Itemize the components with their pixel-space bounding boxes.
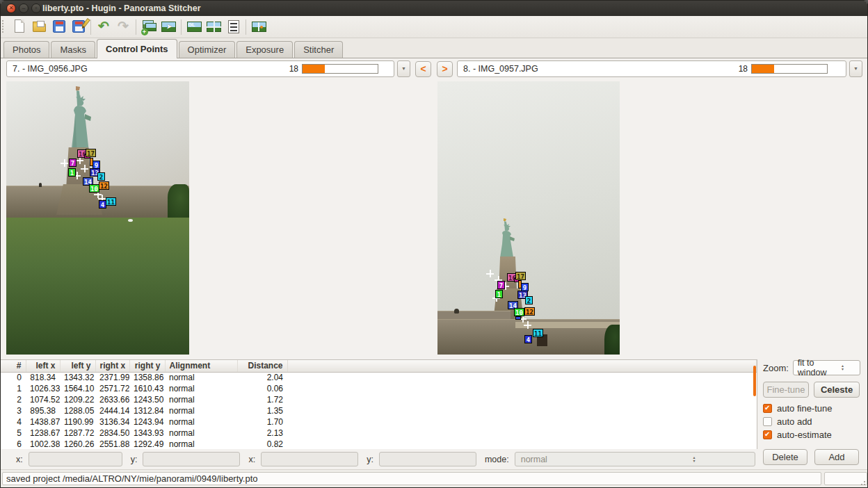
auto-add-checkbox[interactable] — [763, 417, 772, 426]
table-cell: 2.04 — [237, 372, 287, 383]
save-as-button[interactable] — [69, 17, 88, 36]
minimize-button[interactable]: – — [19, 3, 29, 13]
table-cell: 2633.66 — [95, 394, 129, 405]
table-cell: 1610.43 — [129, 383, 165, 394]
mode-select[interactable]: normal ▴▾ — [515, 452, 755, 466]
add-image-series-button[interactable]: ➤ — [159, 17, 178, 36]
bird — [454, 309, 459, 314]
left-image-select[interactable]: 7. - IMG_0956.JPG 18 — [6, 60, 394, 77]
col-header-distance[interactable]: Distance — [237, 360, 287, 372]
table-cell: 0.06 — [237, 383, 287, 394]
gl-preview-button[interactable]: GL — [185, 17, 204, 36]
right-photo[interactable]: 1617791132141210114 — [437, 81, 620, 355]
table-row[interactable]: 41438.871190.993136.341243.94normal1.70 — [1, 416, 757, 428]
control-point-cross[interactable] — [81, 165, 88, 172]
add-images-button[interactable]: + — [140, 17, 159, 36]
table-row[interactable]: 0818.341343.322371.991358.86normal2.04 — [1, 372, 757, 383]
control-point-list-button[interactable] — [224, 17, 243, 36]
control-point-marker[interactable]: 2 — [525, 296, 533, 304]
save-project-button[interactable] — [49, 17, 68, 36]
table-header-row: # left x left y right x right y Alignmen… — [1, 360, 757, 372]
control-point-marker[interactable]: 1 — [68, 168, 76, 177]
col-header-right-y[interactable]: right y — [129, 360, 165, 372]
tab-stitcher[interactable]: Stitcher — [294, 41, 343, 58]
control-point-marker[interactable]: 7 — [497, 281, 505, 289]
control-points-panel: 7. - IMG_0956.JPG 18 ▼ < > 8. - IMG_0957… — [1, 58, 867, 469]
table-cell: 2 — [1, 394, 26, 405]
pano-editor-button[interactable] — [250, 17, 268, 36]
right-image-dropdown-button[interactable]: ▼ — [849, 60, 862, 77]
table-row[interactable]: 11026.331564.102571.721610.43normal0.06 — [1, 383, 757, 394]
control-point-marker[interactable]: 12 — [524, 307, 535, 316]
control-point-marker[interactable]: 1 — [495, 290, 503, 298]
fine-tune-button[interactable]: Fine-tune — [763, 382, 809, 398]
table-cell: 1.72 — [237, 394, 287, 405]
col-header-left-y[interactable]: left y — [60, 360, 95, 372]
new-project-button[interactable] — [10, 17, 29, 36]
open-project-button[interactable] — [30, 17, 49, 36]
control-point-marker[interactable]: 7 — [69, 158, 77, 167]
zoom-select[interactable]: fit to window ▴▾ — [793, 360, 860, 375]
delete-button[interactable]: Delete — [763, 449, 807, 465]
table-cell: 5 — [1, 428, 26, 439]
col-header-index[interactable]: # — [1, 360, 26, 372]
control-point-marker[interactable]: 10 — [514, 308, 524, 316]
control-point-marker[interactable]: 12 — [99, 181, 109, 190]
tab-optimizer[interactable]: Optimizer — [179, 41, 236, 58]
control-point-marker[interactable]: 17 — [515, 272, 526, 280]
table-cell: normal — [165, 428, 237, 439]
add-button[interactable]: Add — [814, 449, 859, 465]
left-x-field[interactable] — [29, 452, 122, 466]
prev-pair-button[interactable]: < — [415, 61, 431, 77]
table-cell: 1564.10 — [60, 383, 95, 394]
right-y-field[interactable] — [379, 452, 476, 466]
left-image-name: 7. - IMG_0956.JPG — [13, 64, 289, 74]
control-point-marker[interactable]: 17 — [86, 149, 96, 157]
table-cell: 0 — [1, 372, 26, 383]
control-point-cross[interactable] — [486, 270, 494, 277]
undo-button[interactable]: ↶ — [95, 17, 113, 36]
table-row[interactable]: 51238.671287.722834.501343.93normal2.13 — [1, 428, 757, 439]
toolbar-grip[interactable] — [2, 20, 7, 34]
left-photo[interactable]: 1617791132141210114 — [6, 81, 189, 355]
tab-photos[interactable]: Photos — [3, 41, 49, 58]
right-x-field[interactable] — [261, 452, 358, 466]
maximize-button[interactable]: ▫ — [31, 3, 41, 13]
table-row[interactable]: 61002.381260.262551.881292.49normal0.82 — [1, 439, 757, 449]
col-header-alignment[interactable]: Alignment — [165, 360, 237, 372]
control-point-marker[interactable]: 10 — [89, 184, 99, 193]
toolbar-separator — [181, 19, 182, 35]
next-pair-button[interactable]: > — [437, 61, 453, 77]
table-row[interactable]: 21074.521209.222633.661243.50normal1.72 — [1, 394, 757, 405]
preview-button[interactable] — [204, 17, 223, 36]
left-cp-count: 18 — [289, 64, 298, 74]
close-button[interactable]: ✕ — [6, 3, 16, 13]
table-scrollbar[interactable] — [753, 366, 756, 396]
table-row[interactable]: 3895.381288.052444.141312.84normal1.35 — [1, 405, 757, 416]
auto-estimate-checkbox[interactable] — [763, 430, 772, 439]
right-image-select[interactable]: 8. - IMG_0957.JPG 18 — [457, 60, 846, 77]
tab-masks[interactable]: Masks — [51, 41, 95, 58]
coordinate-row: x: y: x: y: mode: normal ▴▾ — [1, 451, 755, 467]
redo-button[interactable]: ↷ — [114, 17, 133, 36]
celeste-button[interactable]: Celeste — [814, 382, 860, 398]
redo-icon: ↷ — [114, 17, 133, 36]
control-point-marker[interactable]: 4 — [99, 200, 106, 209]
left-image-dropdown-button[interactable]: ▼ — [397, 60, 410, 77]
control-point-marker[interactable]: 11 — [533, 329, 543, 337]
col-header-right-x[interactable]: right x — [95, 360, 129, 372]
control-point-marker[interactable]: 2 — [97, 172, 105, 181]
resize-grip[interactable] — [859, 479, 866, 486]
left-y-field[interactable] — [143, 452, 240, 466]
table-cell: 2834.50 — [95, 428, 129, 439]
control-point-table[interactable]: # left x left y right x right y Alignmen… — [1, 359, 757, 449]
control-point-marker[interactable]: 4 — [524, 335, 532, 343]
control-point-cross[interactable] — [61, 159, 68, 167]
auto-fine-tune-checkbox[interactable] — [763, 404, 772, 413]
tab-control-points[interactable]: Control Points — [97, 39, 177, 58]
tab-exposure[interactable]: Exposure — [236, 41, 293, 58]
control-point-marker[interactable]: 11 — [106, 197, 116, 206]
col-header-left-x[interactable]: left x — [26, 360, 60, 372]
right-cp-progress — [751, 64, 828, 74]
control-point-cross[interactable] — [524, 321, 531, 329]
